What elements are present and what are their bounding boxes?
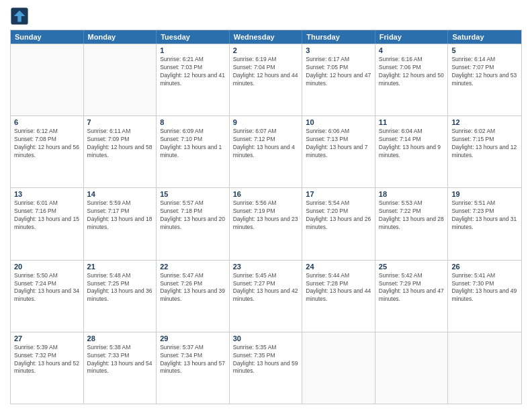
day-number: 4 xyxy=(379,46,445,54)
day-number: 23 xyxy=(233,263,299,271)
calendar-cell: 21Sunrise: 5:48 AM Sunset: 7:25 PM Dayli… xyxy=(84,261,157,332)
day-number: 15 xyxy=(160,190,226,198)
page: SundayMondayTuesdayWednesdayThursdayFrid… xyxy=(0,0,532,411)
calendar-cell: 26Sunrise: 5:41 AM Sunset: 7:30 PM Dayli… xyxy=(448,261,521,332)
calendar-week-1: 1Sunrise: 6:21 AM Sunset: 7:03 PM Daylig… xyxy=(11,44,521,116)
calendar-cell: 23Sunrise: 5:45 AM Sunset: 7:27 PM Dayli… xyxy=(230,261,303,332)
calendar-cell: 13Sunrise: 6:01 AM Sunset: 7:16 PM Dayli… xyxy=(11,188,84,259)
day-info: Sunrise: 6:06 AM Sunset: 7:13 PM Dayligh… xyxy=(306,128,371,160)
calendar-cell: 18Sunrise: 5:53 AM Sunset: 7:22 PM Dayli… xyxy=(375,188,449,259)
day-number: 1 xyxy=(160,46,226,54)
day-header-saturday: Saturday xyxy=(448,30,521,44)
day-info: Sunrise: 6:09 AM Sunset: 7:10 PM Dayligh… xyxy=(160,128,226,160)
calendar-cell: 30Sunrise: 5:35 AM Sunset: 7:35 PM Dayli… xyxy=(230,332,303,404)
calendar-cell: 27Sunrise: 5:39 AM Sunset: 7:32 PM Dayli… xyxy=(11,332,84,404)
day-number: 19 xyxy=(451,190,518,198)
day-info: Sunrise: 6:17 AM Sunset: 7:05 PM Dayligh… xyxy=(306,56,371,88)
calendar-cell: 8Sunrise: 6:09 AM Sunset: 7:10 PM Daylig… xyxy=(157,116,230,187)
day-info: Sunrise: 6:21 AM Sunset: 7:03 PM Dayligh… xyxy=(160,56,226,88)
day-number: 25 xyxy=(379,263,445,271)
calendar-cell: 7Sunrise: 6:11 AM Sunset: 7:09 PM Daylig… xyxy=(84,116,157,187)
calendar-cell: 17Sunrise: 5:54 AM Sunset: 7:20 PM Dayli… xyxy=(302,188,375,259)
calendar-cell: 15Sunrise: 5:57 AM Sunset: 7:18 PM Dayli… xyxy=(157,188,230,259)
calendar-cell xyxy=(11,44,84,116)
calendar-body: 1Sunrise: 6:21 AM Sunset: 7:03 PM Daylig… xyxy=(11,44,521,404)
logo-icon xyxy=(10,7,29,26)
header xyxy=(10,7,522,26)
day-number: 24 xyxy=(306,263,371,271)
day-header-monday: Monday xyxy=(84,30,157,44)
calendar-cell: 3Sunrise: 6:17 AM Sunset: 7:05 PM Daylig… xyxy=(302,44,375,116)
calendar-cell xyxy=(84,44,157,116)
calendar-cell: 28Sunrise: 5:38 AM Sunset: 7:33 PM Dayli… xyxy=(84,332,157,404)
day-number: 12 xyxy=(451,118,518,126)
day-info: Sunrise: 5:53 AM Sunset: 7:22 PM Dayligh… xyxy=(379,199,445,232)
day-number: 16 xyxy=(233,190,299,198)
calendar-cell: 2Sunrise: 6:19 AM Sunset: 7:04 PM Daylig… xyxy=(230,44,303,116)
calendar-cell: 16Sunrise: 5:56 AM Sunset: 7:19 PM Dayli… xyxy=(230,188,303,259)
day-info: Sunrise: 5:37 AM Sunset: 7:34 PM Dayligh… xyxy=(160,344,226,376)
calendar-cell: 14Sunrise: 5:59 AM Sunset: 7:17 PM Dayli… xyxy=(84,188,157,259)
day-number: 27 xyxy=(14,334,80,342)
day-info: Sunrise: 5:45 AM Sunset: 7:27 PM Dayligh… xyxy=(233,272,299,304)
calendar-cell: 12Sunrise: 6:02 AM Sunset: 7:15 PM Dayli… xyxy=(448,116,521,187)
calendar-week-5: 27Sunrise: 5:39 AM Sunset: 7:32 PM Dayli… xyxy=(11,332,521,404)
calendar-cell: 6Sunrise: 6:12 AM Sunset: 7:08 PM Daylig… xyxy=(11,116,84,187)
day-number: 10 xyxy=(306,118,371,126)
calendar-cell: 1Sunrise: 6:21 AM Sunset: 7:03 PM Daylig… xyxy=(157,44,230,116)
calendar-week-4: 20Sunrise: 5:50 AM Sunset: 7:24 PM Dayli… xyxy=(11,260,521,332)
day-info: Sunrise: 5:35 AM Sunset: 7:35 PM Dayligh… xyxy=(233,344,299,376)
day-number: 17 xyxy=(306,190,371,198)
day-number: 9 xyxy=(233,118,299,126)
day-number: 20 xyxy=(14,263,80,271)
day-number: 13 xyxy=(14,190,80,198)
day-number: 28 xyxy=(87,334,153,342)
calendar-cell: 4Sunrise: 6:16 AM Sunset: 7:06 PM Daylig… xyxy=(375,44,449,116)
calendar-header: SundayMondayTuesdayWednesdayThursdayFrid… xyxy=(11,30,521,44)
day-info: Sunrise: 5:57 AM Sunset: 7:18 PM Dayligh… xyxy=(160,199,226,232)
calendar-cell: 20Sunrise: 5:50 AM Sunset: 7:24 PM Dayli… xyxy=(11,261,84,332)
day-number: 30 xyxy=(233,334,299,342)
day-info: Sunrise: 5:44 AM Sunset: 7:28 PM Dayligh… xyxy=(306,272,371,304)
day-number: 6 xyxy=(14,118,80,126)
day-number: 8 xyxy=(160,118,226,126)
day-info: Sunrise: 6:14 AM Sunset: 7:07 PM Dayligh… xyxy=(451,56,518,88)
day-number: 29 xyxy=(160,334,226,342)
calendar-cell: 22Sunrise: 5:47 AM Sunset: 7:26 PM Dayli… xyxy=(157,261,230,332)
calendar-cell: 24Sunrise: 5:44 AM Sunset: 7:28 PM Dayli… xyxy=(302,261,375,332)
day-info: Sunrise: 5:59 AM Sunset: 7:17 PM Dayligh… xyxy=(87,199,153,232)
calendar-cell: 11Sunrise: 6:04 AM Sunset: 7:14 PM Dayli… xyxy=(375,116,449,187)
day-info: Sunrise: 6:19 AM Sunset: 7:04 PM Dayligh… xyxy=(233,56,299,88)
day-number: 26 xyxy=(451,263,518,271)
day-info: Sunrise: 6:16 AM Sunset: 7:06 PM Dayligh… xyxy=(379,56,445,88)
calendar-cell: 19Sunrise: 5:51 AM Sunset: 7:23 PM Dayli… xyxy=(448,188,521,259)
day-number: 22 xyxy=(160,263,226,271)
day-info: Sunrise: 5:39 AM Sunset: 7:32 PM Dayligh… xyxy=(14,344,80,376)
day-info: Sunrise: 5:41 AM Sunset: 7:30 PM Dayligh… xyxy=(451,272,518,304)
day-info: Sunrise: 6:02 AM Sunset: 7:15 PM Dayligh… xyxy=(451,128,518,160)
day-info: Sunrise: 5:48 AM Sunset: 7:25 PM Dayligh… xyxy=(87,272,153,304)
day-header-wednesday: Wednesday xyxy=(230,30,303,44)
day-header-sunday: Sunday xyxy=(11,30,84,44)
calendar-cell: 5Sunrise: 6:14 AM Sunset: 7:07 PM Daylig… xyxy=(448,44,521,116)
calendar-cell xyxy=(375,332,449,404)
day-number: 18 xyxy=(379,190,445,198)
day-info: Sunrise: 6:11 AM Sunset: 7:09 PM Dayligh… xyxy=(87,128,153,160)
day-info: Sunrise: 6:01 AM Sunset: 7:16 PM Dayligh… xyxy=(14,199,80,232)
calendar-cell: 10Sunrise: 6:06 AM Sunset: 7:13 PM Dayli… xyxy=(302,116,375,187)
day-number: 21 xyxy=(87,263,153,271)
day-info: Sunrise: 5:51 AM Sunset: 7:23 PM Dayligh… xyxy=(451,199,518,232)
calendar-cell: 9Sunrise: 6:07 AM Sunset: 7:12 PM Daylig… xyxy=(230,116,303,187)
day-info: Sunrise: 5:54 AM Sunset: 7:20 PM Dayligh… xyxy=(306,199,371,232)
day-info: Sunrise: 5:38 AM Sunset: 7:33 PM Dayligh… xyxy=(87,344,153,376)
day-info: Sunrise: 5:42 AM Sunset: 7:29 PM Dayligh… xyxy=(379,272,445,304)
calendar: SundayMondayTuesdayWednesdayThursdayFrid… xyxy=(10,30,522,404)
day-header-friday: Friday xyxy=(375,30,449,44)
day-header-thursday: Thursday xyxy=(302,30,375,44)
calendar-cell: 29Sunrise: 5:37 AM Sunset: 7:34 PM Dayli… xyxy=(157,332,230,404)
day-info: Sunrise: 6:04 AM Sunset: 7:14 PM Dayligh… xyxy=(379,128,445,160)
day-header-tuesday: Tuesday xyxy=(157,30,230,44)
day-number: 7 xyxy=(87,118,153,126)
calendar-cell xyxy=(302,332,375,404)
day-info: Sunrise: 5:50 AM Sunset: 7:24 PM Dayligh… xyxy=(14,272,80,304)
